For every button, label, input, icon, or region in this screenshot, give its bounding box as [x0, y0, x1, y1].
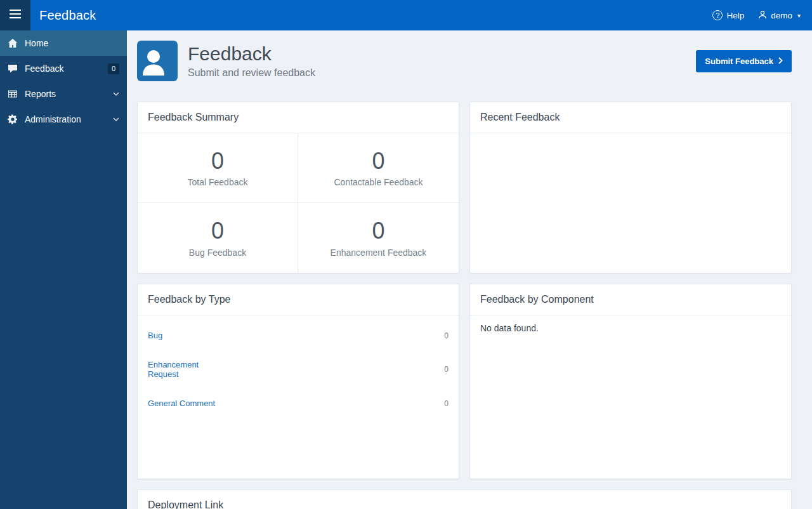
stat-value: 0 — [372, 149, 384, 174]
user-icon — [758, 10, 767, 21]
feedback-count-badge: 0 — [108, 63, 119, 74]
sidebar-nav: Home Feedback 0 Reports Administration — [0, 30, 127, 509]
stat-label: Bug Feedback — [189, 248, 246, 258]
bar-value: 0 — [440, 399, 449, 408]
user-name: demo — [771, 11, 792, 20]
sidebar-item-administration[interactable]: Administration — [0, 107, 127, 132]
bar-row-bug: Bug 0 — [148, 331, 449, 340]
help-icon: ? — [712, 10, 723, 20]
stat-contactable-feedback: 0 Contactable Feedback — [298, 133, 459, 203]
summary-stats: 0 Total Feedback 0 Contactable Feedback … — [138, 133, 459, 273]
card-title: Feedback by Type — [138, 284, 459, 315]
card-title: Feedback by Component — [470, 284, 791, 315]
stat-bug-feedback: 0 Bug Feedback — [138, 203, 298, 273]
app-title: Feedback — [39, 8, 96, 23]
stat-label: Enhancement Feedback — [331, 248, 427, 258]
bar-label-link[interactable]: Enhancement Request — [148, 360, 229, 379]
home-icon — [8, 38, 18, 48]
bar-value: 0 — [440, 365, 449, 374]
reports-icon — [8, 89, 18, 99]
page-subtitle: Submit and review feedback — [188, 67, 315, 79]
help-label: Help — [726, 11, 744, 20]
app-icon — [137, 41, 178, 81]
bar-label-link[interactable]: General Comment — [148, 399, 229, 408]
sidebar-item-label: Feedback — [25, 63, 63, 74]
sidebar-item-reports[interactable]: Reports — [0, 81, 127, 107]
no-data-message: No data found. — [470, 315, 791, 341]
chevron-down-icon — [113, 92, 119, 96]
chevron-right-icon — [778, 56, 783, 66]
deployment-link-card: Deployment Link — [137, 489, 792, 509]
submit-feedback-button[interactable]: Submit Feedback — [696, 50, 792, 72]
chevron-down-icon — [113, 117, 119, 121]
card-title: Deployment Link — [138, 490, 791, 509]
card-title: Feedback Summary — [138, 102, 459, 133]
stat-enhancement-feedback: 0 Enhancement Feedback — [298, 203, 459, 273]
stat-label: Contactable Feedback — [334, 177, 422, 187]
bar-chart: Bug 0 Enhancement Request 0 General Comm… — [138, 315, 459, 433]
dashboard-cards: Feedback Summary 0 Total Feedback 0 Cont… — [137, 102, 792, 509]
stat-total-feedback: 0 Total Feedback — [138, 133, 298, 203]
topbar: Feedback ? Help demo ▾ — [0, 0, 812, 30]
bar-row-enhancement-request: Enhancement Request 0 — [148, 360, 449, 379]
feedback-by-component-card: Feedback by Component No data found. — [469, 284, 792, 479]
help-menu[interactable]: ? Help — [712, 10, 744, 20]
caret-down-icon: ▾ — [797, 12, 801, 19]
feedback-icon — [8, 63, 18, 74]
sidebar-item-home[interactable]: Home — [0, 30, 127, 56]
submit-feedback-label: Submit Feedback — [705, 56, 773, 66]
feedback-summary-card: Feedback Summary 0 Total Feedback 0 Cont… — [137, 102, 459, 274]
bar-label-link[interactable]: Bug — [148, 331, 229, 340]
topbar-actions: ? Help demo ▾ — [712, 10, 812, 21]
page-title: Feedback — [188, 43, 315, 65]
sidebar-item-label: Administration — [25, 114, 81, 124]
hamburger-menu-button[interactable] — [0, 0, 30, 30]
recent-feedback-card: Recent Feedback — [469, 102, 792, 274]
sidebar-item-label: Reports — [25, 89, 56, 99]
stat-value: 0 — [211, 218, 224, 244]
sidebar-item-feedback[interactable]: Feedback 0 — [0, 56, 127, 81]
bar-row-general-comment: General Comment 0 — [148, 399, 449, 408]
sidebar-item-label: Home — [25, 38, 48, 48]
gear-icon — [8, 114, 18, 124]
hamburger-icon — [10, 10, 21, 21]
bar-value: 0 — [440, 331, 449, 340]
user-menu[interactable]: demo ▾ — [758, 10, 801, 21]
card-title: Recent Feedback — [470, 102, 791, 133]
page-titles: Feedback Submit and review feedback — [188, 43, 315, 79]
stat-value: 0 — [211, 149, 224, 174]
stat-value: 0 — [372, 218, 384, 244]
stat-label: Total Feedback — [188, 177, 248, 187]
page-header: Feedback Submit and review feedback Subm… — [137, 41, 792, 81]
main-content: Feedback Submit and review feedback Subm… — [127, 30, 812, 509]
feedback-by-type-card: Feedback by Type Bug 0 Enhancement Reque… — [137, 284, 459, 479]
